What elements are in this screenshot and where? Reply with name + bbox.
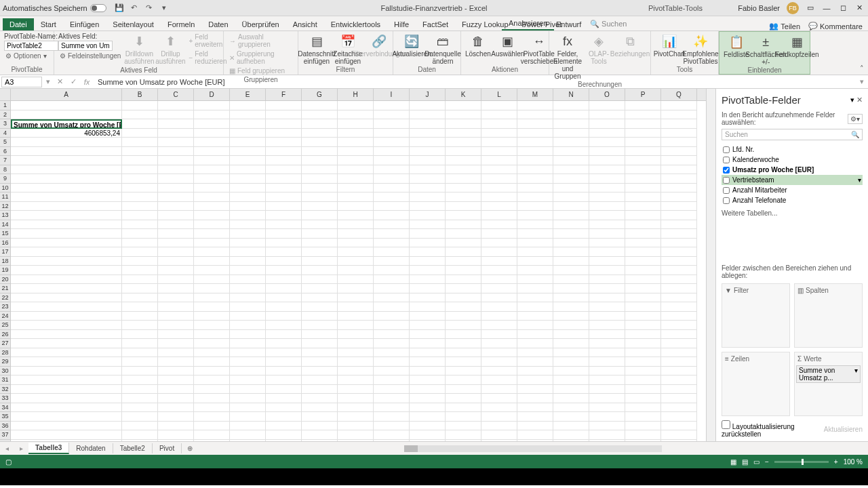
cell[interactable] <box>374 202 410 211</box>
cell[interactable] <box>446 229 481 239</box>
cell[interactable] <box>158 440 194 442</box>
cell[interactable]: 4606853,24 <box>11 129 122 138</box>
fields-items-button[interactable]: fxFelder, Elemente und Gruppen <box>553 33 582 80</box>
cell[interactable] <box>230 284 266 293</box>
cell[interactable] <box>374 110 410 120</box>
cell[interactable] <box>481 348 517 358</box>
cell[interactable] <box>122 174 158 184</box>
col-header[interactable]: G <box>302 89 338 100</box>
tab-data[interactable]: Daten <box>201 18 235 30</box>
sheet-nav-prev-icon[interactable]: ◂ <box>0 445 14 452</box>
cell[interactable] <box>158 422 194 431</box>
cell[interactable] <box>302 403 338 413</box>
cell[interactable] <box>553 192 589 202</box>
cell[interactable] <box>122 129 158 138</box>
cell[interactable] <box>122 229 158 239</box>
row-header[interactable]: 29 <box>0 357 11 367</box>
cell[interactable] <box>410 440 446 442</box>
cell[interactable] <box>374 440 410 442</box>
cell[interactable] <box>517 412 553 422</box>
cell[interactable] <box>230 430 266 440</box>
cell[interactable] <box>122 239 158 248</box>
cell[interactable] <box>374 293 410 303</box>
sheet-tab[interactable]: Tabelle2 <box>113 443 153 453</box>
cell[interactable] <box>230 412 266 422</box>
cell[interactable] <box>446 375 481 385</box>
cell[interactable] <box>517 184 553 193</box>
cell[interactable] <box>410 129 446 138</box>
cell[interactable] <box>625 430 661 440</box>
cell[interactable] <box>517 422 553 431</box>
gear-icon[interactable]: ⚙▾ <box>848 114 863 124</box>
row-header[interactable]: 23 <box>0 302 11 312</box>
cell[interactable] <box>302 266 338 275</box>
select-button[interactable]: ▣Auswählen <box>494 33 522 58</box>
cell[interactable] <box>266 257 302 266</box>
row-header[interactable]: 3 <box>0 119 11 129</box>
row-header[interactable]: 14 <box>0 220 11 230</box>
cell[interactable] <box>338 110 374 120</box>
cell[interactable] <box>517 403 553 413</box>
cell[interactable] <box>481 247 517 257</box>
add-sheet-icon[interactable]: ⊕ <box>182 445 198 452</box>
cell[interactable] <box>553 247 589 257</box>
normal-view-icon[interactable]: ▦ <box>730 458 736 466</box>
cell[interactable] <box>11 192 122 202</box>
defer-layout-checkbox[interactable]: Layoutaktualisierung zurückstellen <box>722 420 824 438</box>
cell[interactable] <box>302 293 338 303</box>
comments-button[interactable]: 💬 Kommentare <box>808 22 863 30</box>
cell[interactable] <box>410 375 446 385</box>
cell[interactable] <box>11 174 122 184</box>
cell[interactable] <box>589 394 625 403</box>
cell[interactable] <box>122 192 158 202</box>
cell[interactable] <box>338 430 374 440</box>
cell[interactable] <box>302 440 338 442</box>
cell[interactable] <box>661 247 697 257</box>
cell[interactable] <box>661 138 697 147</box>
cell[interactable] <box>589 211 625 220</box>
row-header[interactable]: 35 <box>0 412 11 422</box>
cell[interactable] <box>266 412 302 422</box>
cell[interactable] <box>625 385 661 394</box>
field-item[interactable]: Kalenderwoche <box>722 155 863 165</box>
zoom-slider[interactable] <box>774 461 829 463</box>
cell[interactable] <box>338 129 374 138</box>
cell[interactable] <box>374 348 410 358</box>
tab-factset[interactable]: FactSet <box>416 18 455 30</box>
col-header[interactable]: N <box>553 89 589 100</box>
cell[interactable] <box>661 156 697 165</box>
cell[interactable] <box>446 257 481 266</box>
cell[interactable] <box>302 192 338 202</box>
cell[interactable] <box>302 275 338 285</box>
cell[interactable] <box>230 403 266 413</box>
row-header[interactable]: 6 <box>0 147 11 157</box>
cell[interactable] <box>446 247 481 257</box>
cell[interactable] <box>661 101 697 110</box>
formula-input[interactable]: Summe von Umsatz pro Woche [EUR] <box>94 77 856 87</box>
cell[interactable] <box>410 229 446 239</box>
horizontal-scrollbar[interactable] <box>404 445 662 452</box>
cell[interactable] <box>446 266 481 275</box>
page-layout-icon[interactable]: ▤ <box>742 458 748 466</box>
cell[interactable] <box>446 275 481 285</box>
headers-toggle[interactable]: ▦Feldkopfzeilen <box>783 33 811 58</box>
cell[interactable] <box>230 165 266 175</box>
cell[interactable] <box>589 412 625 422</box>
row-header[interactable]: 24 <box>0 312 11 321</box>
row-header[interactable]: 31 <box>0 375 11 385</box>
cell[interactable] <box>302 348 338 358</box>
cell[interactable] <box>446 367 481 376</box>
cell[interactable] <box>553 284 589 293</box>
cell[interactable] <box>11 211 122 220</box>
toggle-switch[interactable] <box>90 4 106 12</box>
cell[interactable] <box>553 293 589 303</box>
field-item[interactable]: Umsatz pro Woche [EUR] <box>722 165 863 175</box>
cell[interactable] <box>625 211 661 220</box>
cell[interactable] <box>122 275 158 285</box>
cell[interactable] <box>661 129 697 138</box>
cell[interactable] <box>481 321 517 330</box>
cell[interactable] <box>410 184 446 193</box>
cell[interactable] <box>589 330 625 340</box>
cell[interactable] <box>230 239 266 248</box>
cell[interactable] <box>446 184 481 193</box>
